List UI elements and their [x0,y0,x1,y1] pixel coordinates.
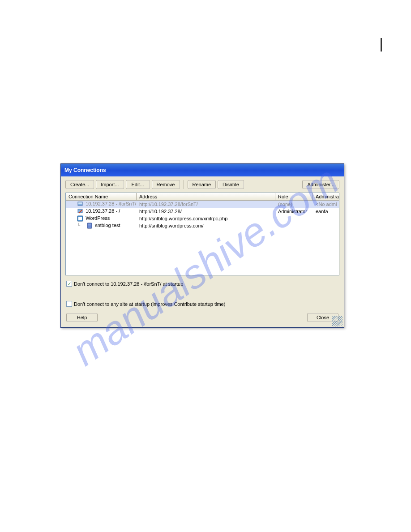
svg-rect-8 [88,225,91,225]
table-row[interactable]: └ sntblog test http://sntblog.wordpress.… [66,222,339,229]
startup-specific-checkbox[interactable]: ✓ [66,281,72,287]
svg-rect-1 [78,202,82,204]
toolbar: Create... Import... Edit... Remove Renam… [61,176,344,191]
svg-rect-5 [78,217,82,220]
connection-admin-text [313,225,339,226]
column-header-address[interactable]: Address [137,193,275,200]
table-row[interactable]: WordPress http://sntblog.wordpress.com/x… [66,215,339,222]
connection-address-text: http://sntblog.wordpress.com/xmlrpc.php [137,215,275,222]
connection-address-text: http://10.192.37.28/forSnT/ [137,201,275,207]
resize-grip[interactable] [338,321,343,326]
blog-entry-icon [86,223,93,229]
startup-all-checkbox-row: Don't connect to any site at startup (im… [61,288,344,309]
create-button[interactable]: Create... [65,180,94,189]
connection-name-text: 10.192.37.28 - /forSnT/ [86,201,136,206]
column-header-name[interactable]: Connection Name [66,193,137,200]
connection-address-text: http://sntblog.wordpress.com/ [137,223,275,229]
server-edit-icon [77,208,83,215]
svg-rect-7 [88,224,91,224]
help-button[interactable]: Help [66,313,98,322]
table-row[interactable]: 10.192.37.28 - /forSnT/ http://10.192.37… [66,201,339,208]
wordpress-icon [77,215,83,222]
table-row[interactable]: 10.192.37.28 - / http://10.192.37.28/ Ad… [66,208,339,215]
svg-rect-9 [88,226,91,226]
table-header: Connection Name Address Role Administra [66,193,339,201]
connection-name-text: 10.192.37.28 - / [86,208,120,214]
connection-admin-text: eanfa [313,208,339,215]
remove-button[interactable]: Remove [152,180,180,189]
dialog-title: My Connections [64,167,106,173]
my-connections-dialog: My Connections Create... Import... Edit.… [60,163,344,328]
toolbar-divider [184,180,184,189]
title-bar[interactable]: My Connections [61,164,344,176]
startup-specific-checkbox-row: ✓ Don't connect to 10.192.37.28 - /forSn… [61,277,344,288]
table-body: 10.192.37.28 - /forSnT/ http://10.192.37… [66,201,339,229]
tree-connector: └ [77,223,85,228]
connections-table: Connection Name Address Role Administra … [65,193,339,275]
column-header-admin[interactable]: Administra [313,193,339,200]
connection-admin-text [313,218,339,219]
connection-name-text: WordPress [86,215,110,221]
connection-name-text: sntblog test [95,223,120,228]
connection-role-text: (none) [275,201,313,207]
edit-button[interactable]: Edit... [126,180,150,189]
startup-all-label[interactable]: Don't connect to any site at startup (im… [74,301,225,307]
connection-role-text: Administrator [275,208,313,215]
rename-button[interactable]: Rename [188,180,216,189]
connection-address-text: http://10.192.37.28/ [137,208,275,215]
startup-all-checkbox[interactable] [66,301,72,307]
server-disabled-icon [77,201,83,207]
administer-button[interactable]: Administer... [302,180,339,189]
bottom-button-bar: Help Close [61,309,344,327]
startup-specific-label[interactable]: Don't connect to 10.192.37.28 - /forSnT/… [74,281,183,287]
connection-admin-text: <No admi [313,201,339,207]
import-button[interactable]: Import... [96,180,124,189]
connection-role-text [275,225,313,226]
connection-role-text [275,218,313,219]
page-marker [381,38,382,51]
disable-button[interactable]: Disable [218,180,244,189]
column-header-role[interactable]: Role [275,193,313,200]
